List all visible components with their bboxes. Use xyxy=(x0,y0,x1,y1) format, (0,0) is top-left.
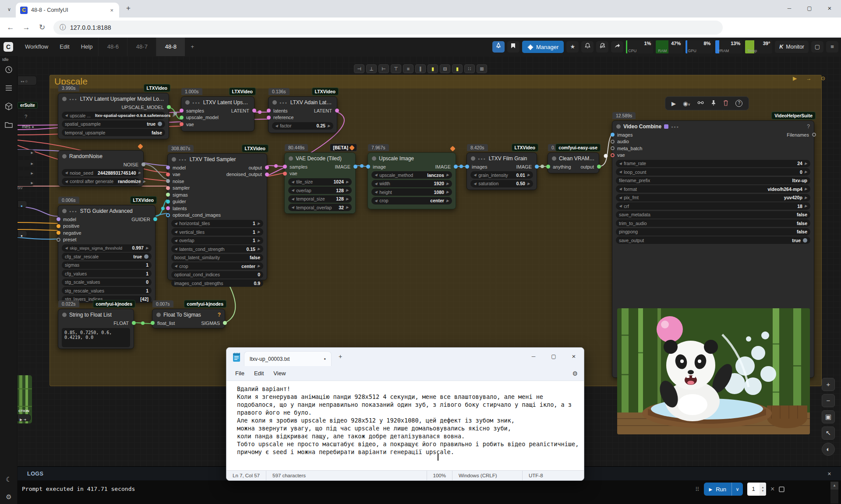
output-port-sigmas[interactable] xyxy=(223,321,227,325)
back-icon[interactable]: ← xyxy=(3,23,18,32)
input-port-float-list[interactable] xyxy=(151,321,155,325)
input-port-preset[interactable] xyxy=(57,238,60,242)
window-maximize-button[interactable]: ▢ xyxy=(799,0,820,17)
distribute-v-icon[interactable]: ▮ xyxy=(452,64,463,73)
widget-save-output[interactable]: save_outputtrue xyxy=(616,236,810,244)
collapse-dot[interactable] xyxy=(372,156,376,161)
input-port-image[interactable] xyxy=(366,165,370,169)
stop-icon[interactable] xyxy=(779,486,784,492)
clear-queue-icon[interactable]: × xyxy=(770,485,774,493)
increment-icon[interactable] xyxy=(805,187,807,191)
input-port-negative[interactable] xyxy=(57,231,60,235)
toggle-knob[interactable] xyxy=(144,254,148,259)
output-port[interactable] xyxy=(265,166,269,169)
widget-crop[interactable]: cropcenter xyxy=(171,262,263,270)
link-nodes-icon[interactable] xyxy=(697,100,704,107)
widget-noise-seed[interactable]: noise_seed244288931745140 xyxy=(62,169,140,176)
widget-cfg-values[interactable]: cfg_values1 xyxy=(62,270,152,277)
browser-tab[interactable]: C 48-8 - ComfyUI × xyxy=(16,3,119,18)
settings-gear-icon[interactable]: ⚙ xyxy=(3,491,14,503)
manager-button[interactable]: Manager xyxy=(522,41,564,53)
notepad-maximize-button[interactable]: ▢ xyxy=(544,348,564,365)
decrement-icon[interactable] xyxy=(619,204,622,208)
notepad-close-button[interactable]: × xyxy=(564,348,584,365)
output-port-denoised[interactable] xyxy=(265,173,269,176)
increment-icon[interactable] xyxy=(446,182,449,186)
input-port-positive[interactable] xyxy=(57,224,60,228)
window-close-button[interactable]: × xyxy=(820,0,840,17)
input-port-model[interactable] xyxy=(57,217,60,221)
reload-icon[interactable]: ↻ xyxy=(34,23,50,32)
collapse-dot[interactable] xyxy=(616,124,621,129)
increment-icon[interactable] xyxy=(258,222,260,226)
input-port-vae[interactable] xyxy=(166,173,170,176)
notepad-settings-gear-icon[interactable]: ⚙ xyxy=(572,370,578,377)
output-port[interactable] xyxy=(597,165,601,169)
widget-format[interactable]: formatvideo/h264-mp4 xyxy=(616,185,810,193)
notepad-window[interactable]: ltxv-up_00003.txt ● + ─ ▢ × File Edit Vi… xyxy=(226,347,584,481)
node-header[interactable]: ●●●LTXV Latent Upsampler Model Loader xyxy=(58,93,169,104)
widget-pingpong[interactable]: pingpongfalse xyxy=(616,228,810,236)
notepad-minimize-button[interactable]: ─ xyxy=(523,348,544,365)
widget-upscale-method[interactable]: upscale_methodlanczos xyxy=(371,171,452,179)
widget-sigmas[interactable]: sigmas1 xyxy=(62,261,152,269)
notepad-new-tab-button[interactable]: + xyxy=(339,353,342,360)
align-bottom-icon[interactable]: ⊥ xyxy=(366,64,377,73)
widget-cfg-star-rescale[interactable]: cfg_star_rescaletrue xyxy=(62,253,152,260)
stretch-h-icon[interactable]: ⊟ xyxy=(440,64,450,73)
widget-stg-scale-values[interactable]: stg_scale_values0 xyxy=(62,278,152,286)
increment-icon[interactable] xyxy=(527,182,530,186)
increment-icon[interactable] xyxy=(138,171,141,175)
bookmark-icon[interactable] xyxy=(507,41,519,53)
group-controls[interactable]: ▶ → ⊙ xyxy=(793,75,829,81)
increment-icon[interactable] xyxy=(258,230,260,234)
input-port-latents[interactable] xyxy=(166,206,170,210)
increment-icon[interactable] xyxy=(346,197,349,201)
logs-scrollbar[interactable]: ▲ xyxy=(830,482,838,504)
input-port-latents[interactable] xyxy=(267,109,271,113)
notepad-document-tab[interactable]: ltxv-up_00003.txt ● xyxy=(244,351,332,366)
decrement-icon[interactable] xyxy=(375,173,377,177)
pin-icon[interactable] xyxy=(711,100,716,107)
node-help-icon[interactable]: ? xyxy=(218,312,221,318)
history-icon[interactable] xyxy=(3,66,14,77)
increment-icon[interactable] xyxy=(258,247,260,251)
align-center-h-icon[interactable]: ≡ xyxy=(403,64,413,73)
decrement-icon[interactable] xyxy=(375,190,377,194)
input-port-images[interactable] xyxy=(611,133,615,137)
decrement-icon[interactable] xyxy=(474,173,476,177)
node-ltxv-film-grain[interactable]: 8.420s LTXVideo ●●●LTXV Film Grain image… xyxy=(466,152,537,190)
collapse-dot[interactable] xyxy=(289,156,293,161)
zoom-out-button[interactable]: − xyxy=(822,394,835,407)
input-port-vae[interactable] xyxy=(283,172,287,176)
decrement-icon[interactable] xyxy=(375,182,377,186)
input-port-samples[interactable] xyxy=(180,109,184,113)
increment-icon[interactable] xyxy=(346,180,349,184)
node-ltxv-tiled-sampler[interactable]: 308.807s LTXVideo ●●●LTXV Tiled Sampler … xyxy=(167,153,267,280)
input-port-vae[interactable] xyxy=(611,153,615,157)
workflows-folder-icon[interactable] xyxy=(3,121,14,132)
notepad-menu-file[interactable]: File xyxy=(231,368,249,378)
node-ltxv-latent-upsampler[interactable]: 1.000s LTXVideo ●●●LTXV Latent Upsampler… xyxy=(181,96,254,131)
scroll-up-icon[interactable]: ▲ xyxy=(830,482,838,490)
tab-search-chevron-icon[interactable]: ∨ xyxy=(4,4,15,15)
output-port-latent[interactable] xyxy=(252,109,256,113)
focus-mode-button[interactable]: ◐ xyxy=(822,443,835,456)
widget-tile-size[interactable]: tile_size1024 xyxy=(288,178,352,186)
collapse-dot[interactable] xyxy=(552,156,556,161)
comfyui-logo-icon[interactable]: C xyxy=(4,42,13,52)
increment-icon[interactable] xyxy=(143,180,145,183)
widget-pix-fmt[interactable]: pix_fmtyuv420p xyxy=(616,194,810,201)
widget-optional-cond-indices[interactable]: optional_cond_indices0 xyxy=(171,271,263,278)
menu-help[interactable]: Help xyxy=(75,38,99,56)
forward-icon[interactable]: → xyxy=(18,23,34,32)
node-header[interactable]: Clean VRAM Used xyxy=(548,153,599,163)
run-options-chevron[interactable]: ∨ xyxy=(731,483,743,496)
node-header[interactable]: ●●●STG Guider Advanced xyxy=(58,205,155,216)
node-header[interactable]: RandomNoise xyxy=(58,151,143,161)
node-random-noise[interactable]: RandomNoise NOISE noise_seed244288931745… xyxy=(58,150,144,187)
output-port-noise[interactable] xyxy=(141,162,145,166)
screen-toggle-icon[interactable]: ▢ xyxy=(811,41,823,53)
select-mode-button[interactable]: ↖ xyxy=(822,426,835,440)
widget-stg-rescale-values[interactable]: stg_rescale_values1 xyxy=(62,287,152,294)
